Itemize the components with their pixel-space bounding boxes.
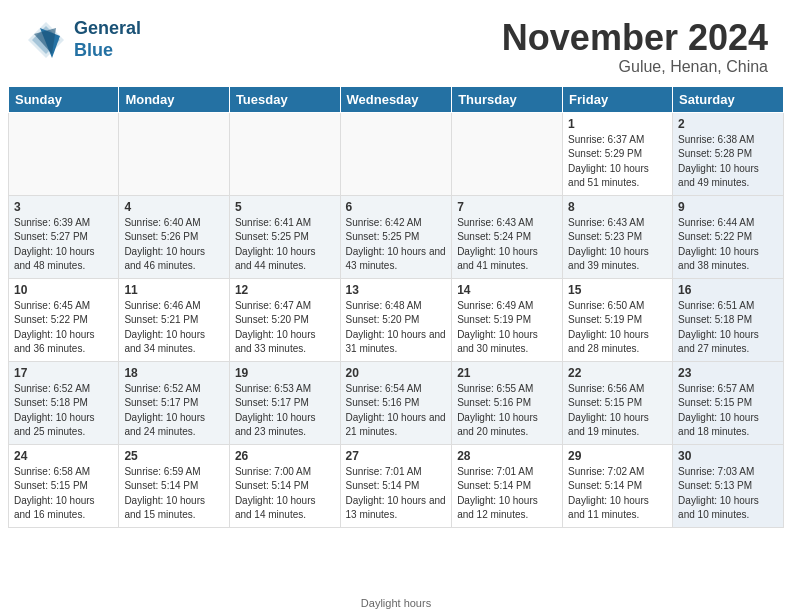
day-info: Sunrise: 7:01 AM Sunset: 5:14 PM Dayligh…: [457, 465, 557, 523]
calendar-cell: 8Sunrise: 6:43 AM Sunset: 5:23 PM Daylig…: [563, 195, 673, 278]
day-number: 29: [568, 449, 667, 463]
day-info: Sunrise: 6:39 AM Sunset: 5:27 PM Dayligh…: [14, 216, 113, 274]
day-info: Sunrise: 6:37 AM Sunset: 5:29 PM Dayligh…: [568, 133, 667, 191]
day-number: 24: [14, 449, 113, 463]
calendar-cell: 12Sunrise: 6:47 AM Sunset: 5:20 PM Dayli…: [229, 278, 340, 361]
calendar-cell: 16Sunrise: 6:51 AM Sunset: 5:18 PM Dayli…: [673, 278, 784, 361]
calendar-cell: [340, 112, 452, 195]
footer: Daylight hours: [0, 594, 792, 612]
day-number: 13: [346, 283, 447, 297]
calendar-cell: 25Sunrise: 6:59 AM Sunset: 5:14 PM Dayli…: [119, 444, 230, 527]
calendar-cell: 23Sunrise: 6:57 AM Sunset: 5:15 PM Dayli…: [673, 361, 784, 444]
calendar-cell: 4Sunrise: 6:40 AM Sunset: 5:26 PM Daylig…: [119, 195, 230, 278]
day-info: Sunrise: 6:46 AM Sunset: 5:21 PM Dayligh…: [124, 299, 224, 357]
day-info: Sunrise: 6:41 AM Sunset: 5:25 PM Dayligh…: [235, 216, 335, 274]
day-number: 2: [678, 117, 778, 131]
day-info: Sunrise: 6:53 AM Sunset: 5:17 PM Dayligh…: [235, 382, 335, 440]
calendar-cell: 9Sunrise: 6:44 AM Sunset: 5:22 PM Daylig…: [673, 195, 784, 278]
day-number: 10: [14, 283, 113, 297]
logo: General Blue: [24, 18, 141, 62]
day-number: 5: [235, 200, 335, 214]
calendar-header-row: Sunday Monday Tuesday Wednesday Thursday…: [9, 86, 784, 112]
logo-text: General Blue: [74, 18, 141, 61]
day-number: 6: [346, 200, 447, 214]
calendar-cell: [229, 112, 340, 195]
calendar-cell: 18Sunrise: 6:52 AM Sunset: 5:17 PM Dayli…: [119, 361, 230, 444]
day-info: Sunrise: 6:45 AM Sunset: 5:22 PM Dayligh…: [14, 299, 113, 357]
calendar-cell: 27Sunrise: 7:01 AM Sunset: 5:14 PM Dayli…: [340, 444, 452, 527]
logo-icon: [24, 18, 68, 62]
calendar-cell: [119, 112, 230, 195]
day-number: 26: [235, 449, 335, 463]
calendar-cell: 14Sunrise: 6:49 AM Sunset: 5:19 PM Dayli…: [452, 278, 563, 361]
calendar-cell: 29Sunrise: 7:02 AM Sunset: 5:14 PM Dayli…: [563, 444, 673, 527]
day-info: Sunrise: 6:43 AM Sunset: 5:24 PM Dayligh…: [457, 216, 557, 274]
footer-text: Daylight hours: [361, 597, 431, 609]
calendar-cell: 3Sunrise: 6:39 AM Sunset: 5:27 PM Daylig…: [9, 195, 119, 278]
day-number: 11: [124, 283, 224, 297]
header-sunday: Sunday: [9, 86, 119, 112]
calendar-cell: 20Sunrise: 6:54 AM Sunset: 5:16 PM Dayli…: [340, 361, 452, 444]
calendar-cell: 7Sunrise: 6:43 AM Sunset: 5:24 PM Daylig…: [452, 195, 563, 278]
header-saturday: Saturday: [673, 86, 784, 112]
day-number: 14: [457, 283, 557, 297]
day-info: Sunrise: 6:50 AM Sunset: 5:19 PM Dayligh…: [568, 299, 667, 357]
day-number: 20: [346, 366, 447, 380]
day-info: Sunrise: 6:56 AM Sunset: 5:15 PM Dayligh…: [568, 382, 667, 440]
calendar-cell: 30Sunrise: 7:03 AM Sunset: 5:13 PM Dayli…: [673, 444, 784, 527]
day-number: 21: [457, 366, 557, 380]
calendar-table: Sunday Monday Tuesday Wednesday Thursday…: [8, 86, 784, 528]
header-thursday: Thursday: [452, 86, 563, 112]
day-number: 28: [457, 449, 557, 463]
header-friday: Friday: [563, 86, 673, 112]
day-number: 23: [678, 366, 778, 380]
calendar-week-row: 3Sunrise: 6:39 AM Sunset: 5:27 PM Daylig…: [9, 195, 784, 278]
day-info: Sunrise: 7:02 AM Sunset: 5:14 PM Dayligh…: [568, 465, 667, 523]
day-info: Sunrise: 7:00 AM Sunset: 5:14 PM Dayligh…: [235, 465, 335, 523]
calendar-cell: 5Sunrise: 6:41 AM Sunset: 5:25 PM Daylig…: [229, 195, 340, 278]
calendar-week-row: 1Sunrise: 6:37 AM Sunset: 5:29 PM Daylig…: [9, 112, 784, 195]
day-number: 27: [346, 449, 447, 463]
calendar-week-row: 10Sunrise: 6:45 AM Sunset: 5:22 PM Dayli…: [9, 278, 784, 361]
calendar-cell: [9, 112, 119, 195]
calendar-week-row: 17Sunrise: 6:52 AM Sunset: 5:18 PM Dayli…: [9, 361, 784, 444]
location-subtitle: Gulue, Henan, China: [502, 58, 768, 76]
header-tuesday: Tuesday: [229, 86, 340, 112]
day-info: Sunrise: 6:48 AM Sunset: 5:20 PM Dayligh…: [346, 299, 447, 357]
day-info: Sunrise: 7:03 AM Sunset: 5:13 PM Dayligh…: [678, 465, 778, 523]
day-info: Sunrise: 6:52 AM Sunset: 5:18 PM Dayligh…: [14, 382, 113, 440]
calendar-cell: 6Sunrise: 6:42 AM Sunset: 5:25 PM Daylig…: [340, 195, 452, 278]
day-number: 19: [235, 366, 335, 380]
header-wednesday: Wednesday: [340, 86, 452, 112]
month-year-title: November 2024: [502, 18, 768, 58]
calendar-cell: 2Sunrise: 6:38 AM Sunset: 5:28 PM Daylig…: [673, 112, 784, 195]
day-number: 15: [568, 283, 667, 297]
day-info: Sunrise: 6:51 AM Sunset: 5:18 PM Dayligh…: [678, 299, 778, 357]
day-info: Sunrise: 6:44 AM Sunset: 5:22 PM Dayligh…: [678, 216, 778, 274]
calendar-cell: [452, 112, 563, 195]
day-number: 25: [124, 449, 224, 463]
calendar-cell: 15Sunrise: 6:50 AM Sunset: 5:19 PM Dayli…: [563, 278, 673, 361]
day-number: 12: [235, 283, 335, 297]
day-info: Sunrise: 6:54 AM Sunset: 5:16 PM Dayligh…: [346, 382, 447, 440]
day-number: 30: [678, 449, 778, 463]
calendar-week-row: 24Sunrise: 6:58 AM Sunset: 5:15 PM Dayli…: [9, 444, 784, 527]
day-info: Sunrise: 6:40 AM Sunset: 5:26 PM Dayligh…: [124, 216, 224, 274]
day-number: 3: [14, 200, 113, 214]
header-monday: Monday: [119, 86, 230, 112]
day-info: Sunrise: 7:01 AM Sunset: 5:14 PM Dayligh…: [346, 465, 447, 523]
day-info: Sunrise: 6:49 AM Sunset: 5:19 PM Dayligh…: [457, 299, 557, 357]
page-header: General Blue November 2024 Gulue, Henan,…: [0, 0, 792, 86]
title-section: November 2024 Gulue, Henan, China: [502, 18, 768, 76]
calendar-cell: 24Sunrise: 6:58 AM Sunset: 5:15 PM Dayli…: [9, 444, 119, 527]
calendar-cell: 13Sunrise: 6:48 AM Sunset: 5:20 PM Dayli…: [340, 278, 452, 361]
day-info: Sunrise: 6:52 AM Sunset: 5:17 PM Dayligh…: [124, 382, 224, 440]
calendar-cell: 26Sunrise: 7:00 AM Sunset: 5:14 PM Dayli…: [229, 444, 340, 527]
day-number: 8: [568, 200, 667, 214]
day-number: 4: [124, 200, 224, 214]
day-number: 9: [678, 200, 778, 214]
calendar-cell: 19Sunrise: 6:53 AM Sunset: 5:17 PM Dayli…: [229, 361, 340, 444]
day-info: Sunrise: 6:59 AM Sunset: 5:14 PM Dayligh…: [124, 465, 224, 523]
calendar-cell: 28Sunrise: 7:01 AM Sunset: 5:14 PM Dayli…: [452, 444, 563, 527]
day-info: Sunrise: 6:47 AM Sunset: 5:20 PM Dayligh…: [235, 299, 335, 357]
